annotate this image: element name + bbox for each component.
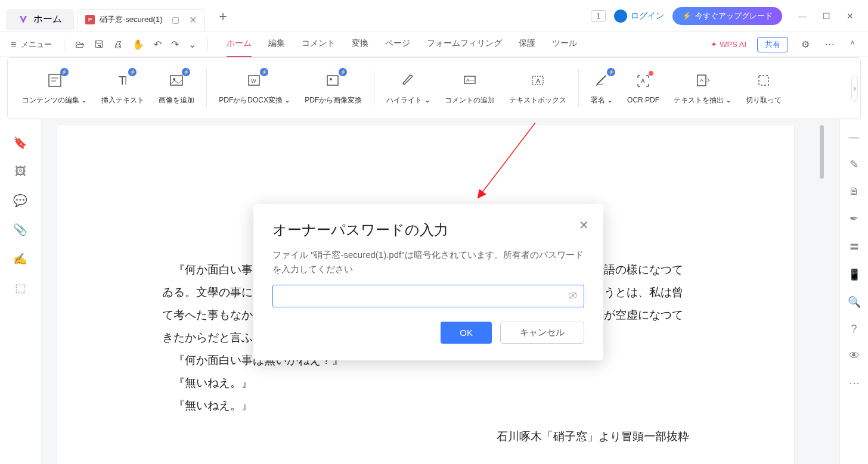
- ribbon-edit-contents[interactable]: ⚡ コンテンツの編集 ⌄: [15, 71, 94, 105]
- signature-panel-icon[interactable]: ✍: [13, 252, 27, 266]
- window-controls: — ☐ ✕: [790, 7, 862, 26]
- help-icon[interactable]: ?: [851, 323, 857, 335]
- cast-icon[interactable]: ▢: [172, 15, 179, 24]
- ink-icon[interactable]: ✒: [850, 212, 858, 225]
- bolt-badge-icon: ⚡: [260, 68, 268, 76]
- svg-text:A: A: [700, 77, 703, 83]
- columns-icon[interactable]: 〓: [849, 239, 860, 254]
- collapse-ribbon-icon[interactable]: ＾: [848, 38, 857, 51]
- bookmark-icon[interactable]: 🔖: [13, 136, 27, 150]
- menubar-tab-convert[interactable]: 変換: [352, 38, 368, 51]
- tab-close-icon[interactable]: ✕: [189, 14, 197, 26]
- wps-ai-label: WPS AI: [720, 40, 746, 49]
- ribbon-label: 画像を追加: [159, 95, 194, 105]
- wps-ai-button[interactable]: ✦ WPS AI: [711, 40, 746, 49]
- ribbon-label: テキストを抽出 ⌄: [674, 95, 731, 105]
- menubar-tab-page[interactable]: ページ: [385, 38, 410, 51]
- highlight-icon: [399, 71, 417, 89]
- menubar: ≡ メニュー 🗁 🖫 🖨 ✋ ↶ ↷ ⌄ ホーム 編集 コメント 変換 ページ …: [0, 32, 868, 57]
- pdf-image-icon: ⚡: [324, 71, 342, 89]
- menubar-tab-form[interactable]: フォームフィリング: [427, 38, 502, 51]
- ribbon-signature[interactable]: ⚡ 署名 ⌄: [584, 71, 620, 105]
- comment-panel-icon[interactable]: 💬: [13, 194, 27, 207]
- layers-icon[interactable]: ⬚: [15, 281, 26, 295]
- print-icon[interactable]: 🖨: [111, 39, 125, 50]
- ok-button[interactable]: OK: [441, 322, 492, 344]
- ribbon-insert-text[interactable]: T⚡ 挿入テキスト: [94, 71, 151, 105]
- scrollbar-thumb[interactable]: [820, 125, 824, 179]
- attachment-icon[interactable]: 📎: [13, 223, 27, 236]
- right-sidebar: — ✎ 🗎 ✒ 〓 📱 🔍 ? 👁 ⋯: [839, 119, 868, 464]
- cancel-button[interactable]: キャンセル: [500, 322, 584, 344]
- redo-icon[interactable]: ↷: [169, 39, 181, 50]
- svg-text:A—: A—: [466, 77, 474, 83]
- toggle-visibility-icon[interactable]: [568, 290, 578, 303]
- dialog-buttons: OK キャンセル: [272, 322, 584, 344]
- ribbon-textbox[interactable]: A テキストボックス: [502, 71, 574, 105]
- tab-add-button[interactable]: ＋: [216, 7, 230, 25]
- svg-text:A: A: [641, 78, 645, 85]
- hand-tool-icon[interactable]: ✋: [130, 39, 147, 50]
- upgrade-button[interactable]: ⚡ 今すぐアップグレード: [672, 7, 782, 25]
- menubar-tab-protect[interactable]: 保護: [519, 38, 535, 51]
- ribbon-add-comment[interactable]: A— コメントの追加: [438, 71, 502, 105]
- edit-contents-icon: ⚡: [46, 71, 64, 89]
- ribbon-pdf-to-docx[interactable]: W⚡ PDFからDOCX変換 ⌄: [212, 71, 297, 105]
- gear-icon[interactable]: ⚙: [799, 39, 812, 50]
- window-maximize-button[interactable]: ☐: [814, 7, 838, 26]
- svg-text:T: T: [119, 74, 126, 87]
- image-panel-icon[interactable]: 🖼: [15, 165, 26, 178]
- menubar-tab-edit[interactable]: 編集: [268, 38, 285, 51]
- ribbon-snip[interactable]: 切り取って: [739, 71, 789, 105]
- menubar-tab-tool[interactable]: ツール: [552, 38, 577, 51]
- minus-icon[interactable]: —: [849, 131, 860, 144]
- ribbon-label: 署名 ⌄: [591, 95, 613, 105]
- edit-pencil-icon[interactable]: ✎: [850, 158, 858, 171]
- ribbon-more-icon[interactable]: ›: [851, 76, 858, 101]
- page-icon[interactable]: 🗎: [849, 185, 860, 198]
- open-folder-icon[interactable]: 🗁: [73, 39, 87, 50]
- dialog-close-icon[interactable]: ✕: [579, 218, 589, 232]
- page-count-badge[interactable]: 1: [591, 10, 606, 22]
- tab-home-label: ホーム: [33, 13, 62, 26]
- window-minimize-button[interactable]: —: [790, 7, 814, 26]
- upgrade-label: 今すぐアップグレード: [695, 11, 773, 21]
- chevron-down-icon[interactable]: ⌄: [186, 39, 199, 50]
- save-icon[interactable]: 🖫: [92, 39, 106, 50]
- bolt-icon: ⚡: [682, 11, 692, 20]
- ribbon-pdf-to-image[interactable]: ⚡ PDFから画像変換: [297, 71, 369, 105]
- search-icon[interactable]: 🔍: [848, 295, 861, 309]
- more-vertical-icon[interactable]: ⋯: [849, 376, 860, 390]
- password-input[interactable]: [272, 285, 584, 307]
- window-close-button[interactable]: ✕: [838, 7, 862, 26]
- ribbon-ocr-pdf[interactable]: A OCR PDF: [620, 72, 666, 104]
- bolt-badge-icon: ⚡: [182, 68, 190, 76]
- menubar-tab-comment[interactable]: コメント: [302, 38, 335, 51]
- password-field-wrapper: [272, 285, 584, 307]
- source-line: 石川啄木「硝子窓」より冒頭一部抜粋: [162, 425, 689, 448]
- bolt-badge-icon: ⚡: [60, 68, 69, 76]
- svg-rect-9: [327, 76, 338, 85]
- hamburger-icon[interactable]: ≡: [11, 39, 16, 50]
- svg-text:W: W: [251, 78, 256, 84]
- dialog-message: ファイル "硝子窓-secured(1).pdf"は暗号化されています。所有者の…: [272, 248, 584, 276]
- undo-icon[interactable]: ↶: [151, 39, 164, 50]
- tab-document[interactable]: P 硝子窓-secured(1) ▢ ✕: [78, 9, 204, 30]
- eye-icon[interactable]: 👁: [849, 350, 860, 362]
- paragraph: 『無いねえ。』: [162, 394, 689, 417]
- separator: [206, 69, 207, 107]
- menu-label[interactable]: メニュー: [21, 39, 52, 50]
- share-button[interactable]: 共有: [757, 37, 788, 52]
- avatar-icon: 👤: [614, 10, 627, 23]
- ribbon-add-image[interactable]: ⚡ 画像を追加: [151, 71, 202, 105]
- ribbon-extract-text[interactable]: A テキストを抽出 ⌄: [666, 71, 739, 105]
- separator: [374, 69, 374, 107]
- phone-icon[interactable]: 📱: [848, 268, 861, 281]
- tab-home[interactable]: ホーム: [6, 9, 74, 30]
- menubar-tab-home[interactable]: ホーム: [227, 38, 252, 51]
- ribbon-highlight[interactable]: ハイライト ⌄: [379, 71, 437, 105]
- svg-point-10: [330, 78, 332, 80]
- more-icon[interactable]: ⋯: [823, 39, 837, 50]
- login-button[interactable]: 👤 ログイン: [614, 10, 664, 23]
- separator: [207, 39, 207, 51]
